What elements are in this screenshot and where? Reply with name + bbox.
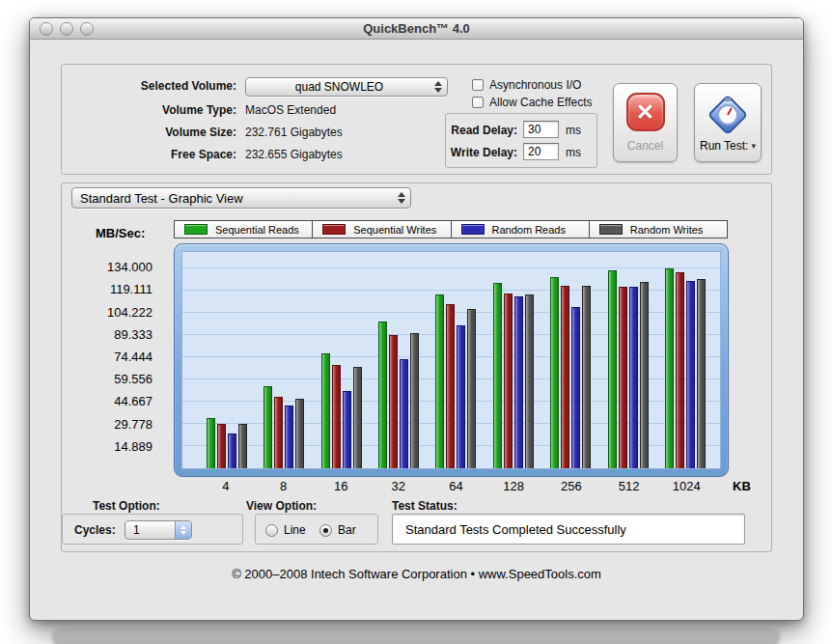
volume-popup-value: quad SNOWLEO (246, 80, 432, 94)
bar (619, 287, 627, 468)
close-button[interactable] (40, 22, 53, 36)
volume-size-value: 232.761 Gigabytes (245, 126, 343, 139)
bar (378, 322, 387, 468)
bar-radio-label: Bar (338, 523, 356, 537)
run-test-label: Run Test: (700, 139, 748, 153)
bar (550, 277, 559, 468)
x-axis: 481632641282565121024 (181, 479, 721, 494)
y-tick-label: 74.444 (114, 350, 153, 365)
cancel-button[interactable]: ✕ Cancel (613, 83, 678, 162)
radio-line[interactable] (265, 524, 278, 537)
cache-effects-row: Allow Cache Effects (472, 96, 593, 109)
bar (343, 391, 351, 468)
read-delay-input[interactable] (523, 121, 559, 138)
chart-legend: Sequential ReadsSequential WritesRandom … (174, 220, 728, 238)
write-delay-unit: ms (566, 146, 581, 159)
bar-group-256 (542, 252, 599, 468)
legend-item: Sequential Writes (312, 220, 451, 238)
cancel-x-icon: ✕ (626, 93, 665, 131)
volume-panel: Selected Volume: quad SNOWLEO Volume Typ… (61, 64, 772, 175)
stopwatch-needle (727, 107, 733, 115)
view-mode-popup[interactable]: Standard Test - Graphic View (71, 187, 411, 209)
stopwatch-icon (703, 93, 753, 137)
title-bar[interactable]: QuickBench™ 4.0 (30, 18, 803, 40)
line-radio-label: Line (284, 523, 306, 537)
main-panel: Standard Test - Graphic View MB/Sec: Seq… (61, 182, 772, 552)
bar (514, 296, 523, 468)
selected-volume-label: Selected Volume: (62, 79, 236, 93)
bar (410, 333, 419, 468)
legend-swatch (461, 224, 485, 235)
volume-size-label: Volume Size: (62, 126, 236, 139)
bar (228, 434, 236, 468)
bar (295, 399, 304, 468)
read-delay-label: Read Delay: (446, 124, 517, 137)
legend-swatch (184, 224, 208, 235)
bar (582, 286, 591, 468)
bar (263, 386, 272, 468)
legend-item: Random Writes (589, 220, 728, 238)
y-axis: 134.000119.111104.22289.33374.44459.5564… (71, 251, 153, 469)
popup-arrows-icon (396, 192, 410, 204)
bar-group-128 (485, 252, 541, 468)
bar (525, 294, 534, 468)
x-tick-label: 16 (312, 479, 370, 494)
view-option-box: Line Bar (255, 514, 378, 545)
bar (207, 418, 215, 468)
y-tick-label: 134.000 (107, 260, 153, 275)
bar-group-8 (255, 252, 312, 468)
cancel-button-label: Cancel (627, 139, 663, 153)
radio-bar[interactable] (319, 524, 332, 537)
run-test-button[interactable]: Run Test: ▾ (694, 83, 762, 162)
test-status-box: Standard Tests Completed Successfully (392, 514, 745, 545)
bar-group-1024 (657, 252, 714, 468)
y-tick-label: 59.556 (114, 372, 153, 387)
legend-label: Random Reads (492, 224, 566, 236)
bar (676, 272, 684, 468)
stopwatch-crown (725, 98, 731, 101)
legend-label: Sequential Writes (353, 224, 436, 236)
bar-group-512 (599, 252, 656, 468)
bar (608, 270, 617, 468)
test-status-label: Test Status: (392, 499, 458, 513)
legend-item: Random Reads (451, 220, 590, 238)
legend-swatch (599, 224, 623, 235)
cache-effects-checkbox[interactable] (472, 97, 484, 108)
bar (571, 307, 580, 468)
legend-item: Sequential Reads (174, 220, 313, 238)
bar (274, 397, 283, 468)
stepper-arrows-icon (175, 521, 191, 539)
window-controls (40, 22, 94, 36)
minimize-button[interactable] (60, 22, 73, 36)
x-tick-label: 1024 (657, 479, 715, 494)
x-tick-label: 256 (542, 479, 600, 494)
async-io-checkbox[interactable] (472, 79, 484, 91)
free-space-value: 232.655 Gigabytes (245, 148, 343, 161)
plot-area (181, 251, 721, 469)
async-io-row: Asynchronous I/O (472, 78, 581, 92)
bar (446, 304, 455, 468)
cycles-popup[interactable]: 1 (125, 520, 192, 540)
benchmark-chart (174, 243, 729, 477)
bar (217, 424, 226, 468)
cycles-label: Cycles: (74, 523, 116, 537)
legend-label: Random Writes (630, 224, 704, 236)
bar (561, 286, 569, 468)
delay-box: Read Delay: ms Write Delay: ms (445, 113, 597, 168)
bar-groups (182, 252, 720, 468)
bar-group-16 (313, 252, 370, 468)
volume-popup[interactable]: quad SNOWLEO (245, 77, 448, 97)
bar-group-32 (370, 252, 427, 468)
bar (285, 406, 293, 468)
volume-type-value: MacOS Extended (245, 103, 336, 117)
x-axis-unit: KB (733, 479, 751, 493)
y-tick-label: 119.111 (110, 282, 153, 297)
write-delay-input[interactable] (523, 143, 559, 160)
zoom-button[interactable] (80, 22, 94, 36)
bar (493, 283, 502, 468)
background-window-edge (53, 629, 779, 644)
x-tick-label: 8 (255, 479, 313, 494)
x-tick-label: 512 (600, 479, 658, 494)
bar (686, 281, 695, 468)
free-space-label: Free Space: (62, 148, 236, 161)
